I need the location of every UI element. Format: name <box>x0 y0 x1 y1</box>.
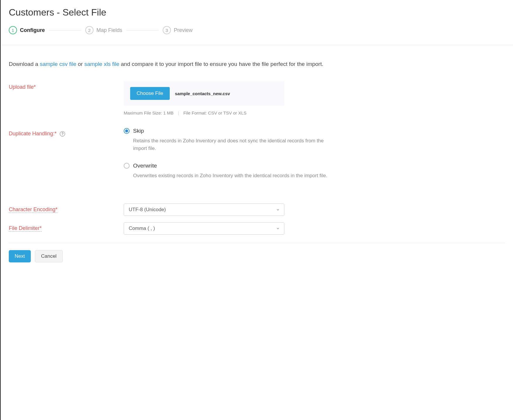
chevron-down-icon <box>276 226 280 231</box>
duplicate-handling-row: Duplicate Handling:* ? Skip Retains the … <box>9 128 505 180</box>
step-number-3: 3 <box>163 26 171 34</box>
action-bar: Next Cancel <box>9 250 505 262</box>
upload-label: Upload file* <box>9 81 124 90</box>
help-icon[interactable]: ? <box>60 131 65 136</box>
selected-filename: sample_contacts_new.csv <box>175 91 230 96</box>
step-map-fields: 2 Map Fields <box>85 26 122 34</box>
delimiter-value: Comma ( , ) <box>129 226 155 231</box>
instruction-mid: or <box>76 61 84 67</box>
duplicate-radio-group: Skip Retains the records in Zoho Invento… <box>124 128 335 180</box>
upload-meta: Maximum File Size: 1 MB File Format: CSV… <box>124 110 284 115</box>
instruction-text: Download a sample csv file or sample xls… <box>9 60 331 68</box>
encoding-row: Character Encoding* UTF-8 (Unicode) <box>9 204 505 216</box>
instruction-pre: Download a <box>9 61 40 67</box>
choose-file-button[interactable]: Choose File <box>130 87 170 100</box>
duplicate-handling-label-text: Duplicate Handling:* <box>9 131 57 136</box>
radio-skip-label: Skip <box>133 128 144 134</box>
step-preview: 3 Preview <box>163 26 193 34</box>
max-size-text: Maximum File Size: 1 MB <box>124 110 174 115</box>
chevron-down-icon <box>276 208 280 212</box>
file-format-text: File Format: CSV or TSV or XLS <box>183 110 247 115</box>
sample-csv-link[interactable]: sample csv file <box>40 61 77 67</box>
cancel-button[interactable]: Cancel <box>35 250 63 262</box>
delimiter-label: File Delimiter* <box>9 222 124 231</box>
step-configure[interactable]: 1 Configure <box>9 26 45 34</box>
page-title: Customers - Select File <box>9 7 505 18</box>
step-number-1: 1 <box>9 26 17 34</box>
duplicate-handling-label: Duplicate Handling:* ? <box>9 128 124 137</box>
header-divider <box>1 45 513 45</box>
step-number-2: 2 <box>85 26 94 34</box>
meta-separator <box>178 111 179 115</box>
step-connector <box>126 30 159 30</box>
delimiter-row: File Delimiter* Comma ( , ) <box>9 222 505 235</box>
step-label-configure: Configure <box>20 27 45 33</box>
sample-xls-link[interactable]: sample xls file <box>84 61 119 67</box>
radio-skip[interactable] <box>124 128 130 134</box>
upload-dropzone[interactable]: Choose File sample_contacts_new.csv <box>124 81 284 106</box>
encoding-label: Character Encoding* <box>9 204 124 213</box>
step-connector <box>49 30 81 30</box>
delimiter-select[interactable]: Comma ( , ) <box>124 222 284 235</box>
step-label-preview: Preview <box>174 27 193 33</box>
radio-option-skip[interactable]: Skip Retains the records in Zoho Invento… <box>124 128 335 152</box>
radio-overwrite-label: Overwrite <box>133 163 157 169</box>
upload-row: Upload file* Choose File sample_contacts… <box>9 81 505 115</box>
next-button[interactable]: Next <box>9 250 31 262</box>
encoding-select[interactable]: UTF-8 (Unicode) <box>124 204 284 216</box>
instruction-post: and compare it to your import file to en… <box>119 61 323 67</box>
radio-skip-desc: Retains the records in Zoho Inventory an… <box>133 137 335 152</box>
stepper: 1 Configure 2 Map Fields 3 Preview <box>9 26 505 34</box>
step-label-map-fields: Map Fields <box>96 27 122 33</box>
footer-divider <box>9 243 505 243</box>
radio-overwrite[interactable] <box>124 163 130 169</box>
encoding-value: UTF-8 (Unicode) <box>129 207 166 212</box>
radio-overwrite-desc: Overwrites existing records in Zoho Inve… <box>133 172 335 180</box>
radio-option-overwrite[interactable]: Overwrite Overwrites existing records in… <box>124 163 335 180</box>
